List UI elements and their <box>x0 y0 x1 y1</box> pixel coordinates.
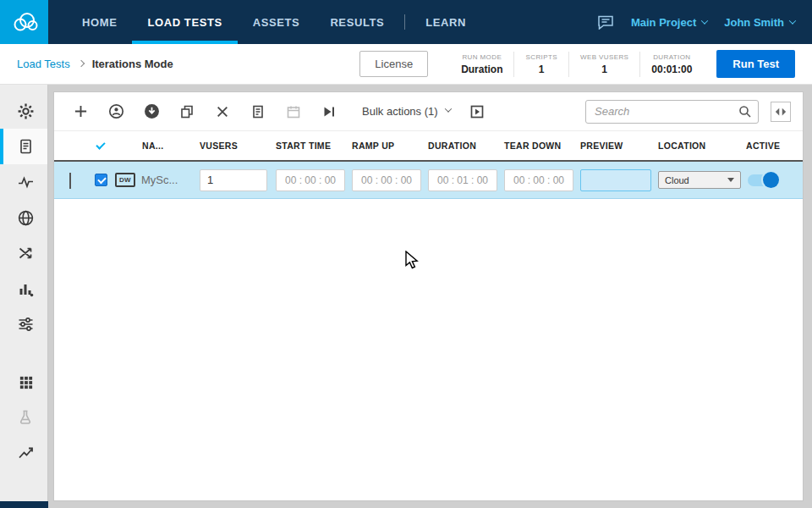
sidebar-item-network[interactable] <box>0 200 47 235</box>
nav-item-load-tests[interactable]: LOAD TESTS <box>132 0 237 44</box>
stat-label: WEB VUSERS <box>580 53 628 61</box>
header-right-group: License RUN MODE Duration SCRIPTS 1 WEB … <box>359 50 795 78</box>
sidebar-item-monitors[interactable] <box>0 164 47 200</box>
preview-input[interactable] <box>580 169 651 191</box>
sidebar-item-load-tests[interactable] <box>0 129 47 164</box>
stat-run-mode: RUN MODE Duration <box>450 52 513 77</box>
nav-item-learn[interactable]: LEARN <box>410 0 481 44</box>
row-checkbox[interactable] <box>95 174 107 186</box>
add-test-icon[interactable] <box>69 101 91 123</box>
select-arrow-icon <box>727 178 734 182</box>
duration-input[interactable] <box>428 169 497 191</box>
load-tests-icon <box>17 138 34 155</box>
pulse-icon <box>17 174 35 190</box>
duplicate-icon[interactable] <box>176 101 198 123</box>
stat-scripts: SCRIPTS 1 <box>513 52 568 77</box>
crossed-arrows-icon <box>17 245 35 262</box>
nav-item-assets[interactable]: ASSETS <box>238 0 315 44</box>
stat-label: RUN MODE <box>462 53 502 61</box>
user-name: John Smith <box>724 16 784 29</box>
stat-value: Duration <box>461 64 502 75</box>
active-toggle[interactable] <box>748 174 776 186</box>
stat-label: DURATION <box>653 53 690 61</box>
document-icon[interactable] <box>247 101 269 123</box>
trend-line-icon <box>17 444 35 461</box>
start-time-input[interactable] <box>276 169 345 191</box>
license-button[interactable]: License <box>359 51 428 77</box>
sidebar-item-grid[interactable] <box>0 364 47 400</box>
chat-icon[interactable] <box>597 15 614 30</box>
column-header-start-time[interactable]: START TIME <box>276 141 352 151</box>
location-select[interactable]: Cloud <box>658 171 741 189</box>
expand-panel-icon[interactable] <box>771 102 791 122</box>
nav-item-home[interactable]: HOME <box>67 0 132 44</box>
search-container <box>585 100 759 124</box>
column-header-ramp-up[interactable]: RAMP UP <box>352 141 428 151</box>
user-circle-icon[interactable] <box>105 101 127 123</box>
bottom-corner-strip <box>0 501 48 508</box>
run-test-button[interactable]: Run Test <box>716 50 795 78</box>
nav-divider <box>404 14 405 30</box>
left-sidebar <box>0 85 48 501</box>
flask-icon <box>17 409 34 426</box>
page-header: Load Tests Iterations Mode License RUN M… <box>0 44 812 85</box>
globe-icon <box>17 209 35 227</box>
location-value: Cloud <box>665 175 689 185</box>
search-input[interactable] <box>585 100 759 124</box>
sidebar-item-integrations[interactable] <box>0 235 47 271</box>
breadcrumb-parent[interactable]: Load Tests <box>17 58 70 70</box>
column-header-duration[interactable]: DURATION <box>428 141 504 151</box>
delete-icon[interactable] <box>211 101 233 123</box>
script-name-cell: DW MySc... <box>115 173 200 187</box>
stat-value: 00:01:00 <box>651 64 692 75</box>
column-header-location[interactable]: LOCATION <box>658 141 746 151</box>
toggle-knob <box>763 172 779 188</box>
chevron-down-icon <box>701 17 708 24</box>
script-name: MySc... <box>141 174 178 186</box>
user-menu[interactable]: John Smith <box>724 16 795 29</box>
stat-duration: DURATION 00:01:00 <box>639 52 703 77</box>
sidebar-item-settings[interactable] <box>0 93 47 129</box>
stat-web-vusers: WEB VUSERS 1 <box>568 52 639 77</box>
column-header-tear-down[interactable]: TEAR DOWN <box>504 141 580 151</box>
table-row[interactable]: DW MySc... Cloud <box>54 162 803 199</box>
table-empty-area <box>54 199 803 500</box>
nav-item-results[interactable]: RESULTS <box>315 0 399 44</box>
ramp-up-input[interactable] <box>352 169 421 191</box>
breadcrumb-separator-icon <box>77 60 84 67</box>
load-tests-panel: Bulk actions (1) <box>53 91 804 501</box>
cloud-logo-icon <box>9 10 40 34</box>
row-expander[interactable] <box>64 173 86 188</box>
grid-icon <box>18 374 34 390</box>
bulk-actions-dropdown[interactable]: Bulk actions (1) <box>362 105 451 118</box>
sliders-icon <box>17 316 35 333</box>
table-toolbar: Bulk actions (1) <box>54 92 803 131</box>
download-circle-icon[interactable] <box>140 101 162 123</box>
sidebar-item-analytics[interactable] <box>0 271 47 306</box>
chevron-down-icon <box>444 105 451 112</box>
project-selector[interactable]: Main Project <box>631 16 707 29</box>
sidebar-item-lab[interactable] <box>0 400 47 435</box>
breadcrumb-current: Iterations Mode <box>92 58 173 70</box>
select-all-check-icon[interactable] <box>86 145 115 147</box>
column-header-name[interactable]: NA... <box>115 141 200 151</box>
column-header-vusers[interactable]: VUSERS <box>200 141 276 151</box>
app-logo[interactable] <box>0 0 48 44</box>
content-area: Bulk actions (1) <box>0 85 812 508</box>
chevron-right-icon <box>69 173 71 189</box>
sidebar-item-trends[interactable] <box>0 435 47 471</box>
sidebar-item-tuning[interactable] <box>0 306 47 342</box>
stat-value: 1 <box>601 64 607 75</box>
calendar-icon[interactable] <box>283 101 304 123</box>
bulk-actions-label: Bulk actions (1) <box>362 105 438 118</box>
column-header-active[interactable]: ACTIVE <box>746 141 797 151</box>
sidebar-gap <box>0 342 47 364</box>
vusers-input[interactable] <box>200 169 267 191</box>
top-navbar: HOME LOAD TESTS ASSETS RESULTS LEARN Mai… <box>0 0 812 44</box>
column-header-preview[interactable]: PREVIEW <box>580 141 658 151</box>
bar-chart-icon <box>17 280 34 297</box>
run-forward-icon[interactable] <box>318 101 340 123</box>
tear-down-input[interactable] <box>504 169 573 191</box>
scheduled-run-icon[interactable] <box>466 101 488 123</box>
stat-value: 1 <box>539 64 545 75</box>
